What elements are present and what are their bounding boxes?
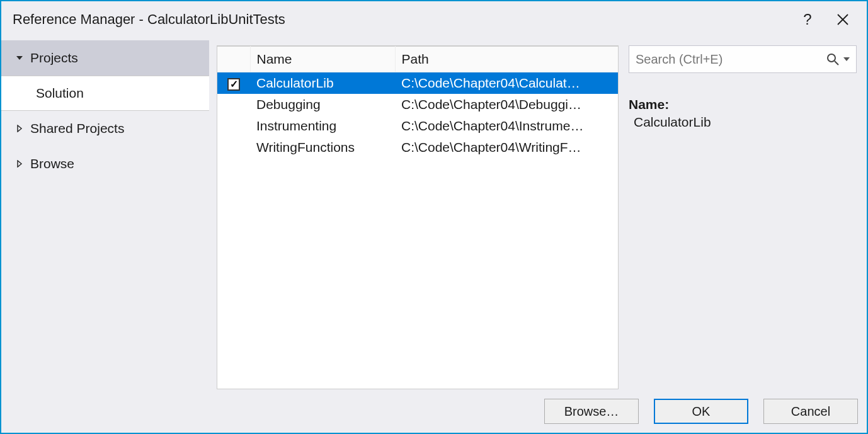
column-header-name[interactable]: Name: [250, 47, 395, 72]
ok-button[interactable]: OK: [654, 399, 748, 424]
checkbox-icon[interactable]: [227, 78, 240, 91]
main-panel: Name Path CalculatorLibC:\Code\Chapter04…: [209, 38, 867, 390]
sidebar-item-projects[interactable]: Projects: [1, 40, 209, 76]
svg-point-5: [828, 54, 835, 62]
row-path: C:\Code\Chapter04\WritingF…: [395, 137, 618, 158]
row-checkbox-cell[interactable]: [217, 115, 250, 137]
svg-marker-2: [16, 56, 23, 60]
sidebar-item-label: Solution: [36, 86, 84, 101]
table-row[interactable]: CalculatorLibC:\Code\Chapter04\Calculat…: [217, 72, 618, 94]
row-path: C:\Code\Chapter04\Debuggi…: [395, 94, 618, 115]
row-name: WritingFunctions: [250, 137, 395, 158]
row-path: C:\Code\Chapter04\Instrume…: [395, 115, 618, 137]
detail-name-label: Name:: [629, 97, 857, 112]
search-icon[interactable]: [826, 52, 840, 66]
search-dropdown-icon[interactable]: [841, 56, 852, 62]
row-checkbox-cell[interactable]: [217, 94, 250, 115]
sidebar-item-label: Shared Projects: [30, 121, 124, 136]
table-row[interactable]: InstrumentingC:\Code\Chapter04\Instrume…: [217, 115, 618, 137]
sidebar-item-label: Projects: [30, 50, 78, 66]
svg-line-6: [835, 61, 838, 65]
cancel-button[interactable]: Cancel: [763, 399, 858, 424]
projects-table: Name Path CalculatorLibC:\Code\Chapter04…: [217, 45, 619, 389]
chevron-right-icon: [14, 125, 25, 132]
detail-name-value: CalculatorLib: [629, 115, 857, 130]
sidebar-item-label: Browse: [30, 156, 74, 171]
titlebar: Reference Manager - CalculatorLibUnitTes…: [1, 1, 867, 38]
help-button[interactable]: ?: [790, 6, 825, 33]
column-header-checkbox[interactable]: [217, 47, 250, 72]
sidebar-item-solution[interactable]: Solution: [1, 76, 209, 111]
svg-marker-7: [843, 57, 850, 61]
sidebar-item-browse[interactable]: Browse: [1, 146, 209, 181]
search-input[interactable]: [636, 52, 826, 67]
column-header-path[interactable]: Path: [395, 47, 618, 72]
reference-manager-dialog: Reference Manager - CalculatorLibUnitTes…: [0, 0, 868, 434]
chevron-down-icon: [14, 54, 25, 62]
row-name: CalculatorLib: [250, 72, 395, 94]
right-pane: Name: CalculatorLib: [619, 45, 859, 389]
main-row: Name Path CalculatorLibC:\Code\Chapter04…: [217, 45, 859, 389]
sidebar-item-shared-projects[interactable]: Shared Projects: [1, 111, 209, 146]
sidebar: Projects Solution Shared Projects Browse: [1, 38, 209, 390]
row-name: Instrumenting: [250, 115, 395, 137]
svg-marker-3: [18, 125, 21, 132]
close-icon: [837, 14, 848, 25]
help-icon: ?: [803, 11, 811, 28]
row-checkbox-cell[interactable]: [217, 72, 250, 94]
table-row[interactable]: WritingFunctionsC:\Code\Chapter04\Writin…: [217, 137, 618, 158]
table-row[interactable]: DebuggingC:\Code\Chapter04\Debuggi…: [217, 94, 618, 115]
row-name: Debugging: [250, 94, 395, 115]
search-box[interactable]: [629, 45, 857, 73]
window-title: Reference Manager - CalculatorLibUnitTes…: [13, 11, 790, 28]
svg-marker-4: [18, 161, 21, 167]
chevron-right-icon: [14, 160, 25, 168]
row-path: C:\Code\Chapter04\Calculat…: [395, 72, 618, 94]
content-area: Projects Solution Shared Projects Browse: [1, 38, 867, 390]
footer: Browse… OK Cancel: [1, 390, 867, 433]
row-checkbox-cell[interactable]: [217, 137, 250, 158]
close-button[interactable]: [825, 6, 860, 33]
browse-button[interactable]: Browse…: [544, 399, 639, 424]
